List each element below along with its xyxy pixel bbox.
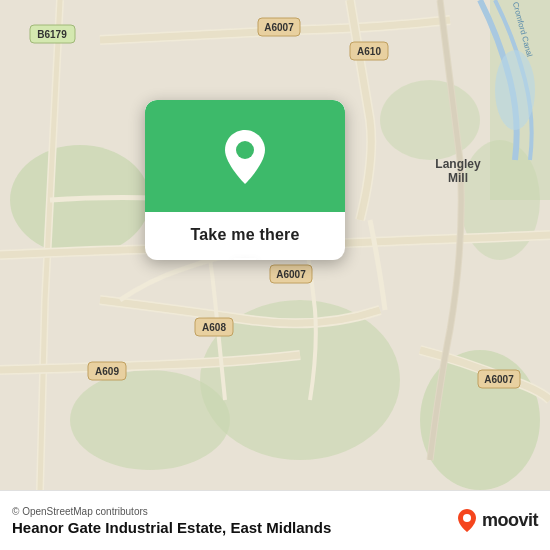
moovit-text: moovit bbox=[482, 510, 538, 531]
svg-point-8 bbox=[495, 50, 535, 130]
svg-point-4 bbox=[70, 370, 230, 470]
footer: © OpenStreetMap contributors Heanor Gate… bbox=[0, 490, 550, 550]
svg-text:A6007: A6007 bbox=[264, 22, 294, 33]
svg-text:Mill: Mill bbox=[448, 171, 468, 185]
footer-left: © OpenStreetMap contributors Heanor Gate… bbox=[12, 506, 331, 536]
svg-point-5 bbox=[380, 80, 480, 160]
svg-text:Langley: Langley bbox=[435, 157, 481, 171]
card-pointer bbox=[233, 258, 257, 260]
svg-text:A6007: A6007 bbox=[276, 269, 306, 280]
svg-point-27 bbox=[463, 514, 471, 522]
svg-text:A6007: A6007 bbox=[484, 374, 514, 385]
svg-text:B6179: B6179 bbox=[37, 29, 67, 40]
moovit-pin-icon bbox=[456, 508, 478, 534]
take-me-there-card[interactable]: Take me there bbox=[145, 100, 345, 260]
moovit-logo: moovit bbox=[456, 508, 538, 534]
take-me-there-button[interactable]: Take me there bbox=[190, 226, 299, 244]
green-icon-area bbox=[145, 100, 345, 212]
location-name: Heanor Gate Industrial Estate, East Midl… bbox=[12, 519, 331, 536]
svg-text:A610: A610 bbox=[357, 46, 381, 57]
map-container: B6179 A6007 A610 A6007 A608 A609 A6007 L… bbox=[0, 0, 550, 490]
app: B6179 A6007 A610 A6007 A608 A609 A6007 L… bbox=[0, 0, 550, 550]
svg-text:A609: A609 bbox=[95, 366, 119, 377]
svg-text:A608: A608 bbox=[202, 322, 226, 333]
osm-attribution: © OpenStreetMap contributors bbox=[12, 506, 331, 517]
location-pin-icon bbox=[219, 128, 271, 188]
svg-point-26 bbox=[236, 141, 254, 159]
